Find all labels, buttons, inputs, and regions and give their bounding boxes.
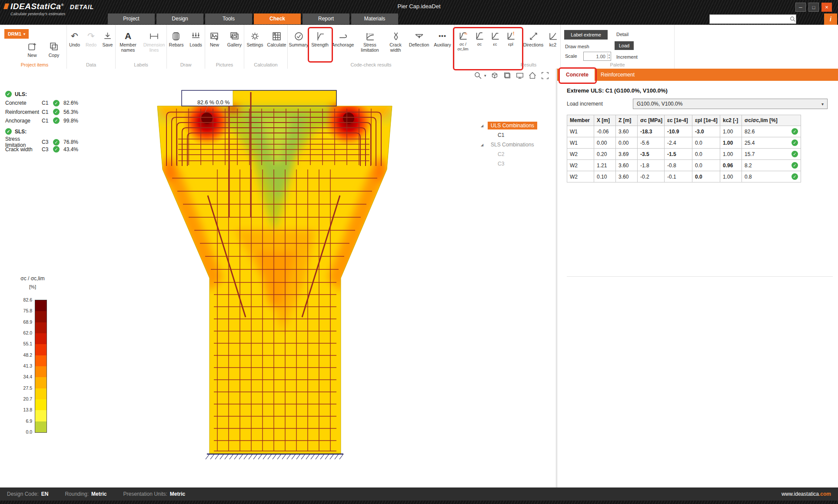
increment-button[interactable]: Increment <box>616 54 638 60</box>
concrete-tab[interactable]: Concrete <box>560 69 595 81</box>
reinforcement-tab[interactable]: Reinforcement <box>595 69 641 81</box>
legend-band <box>35 377 47 388</box>
tree-item-sls-combinations[interactable]: SLS Combinations <box>488 141 537 149</box>
table-row[interactable]: W20.20 3.69-3.5 -1.50.0 1.00 15.7✓ <box>567 149 801 160</box>
presentation-icon[interactable] <box>515 71 524 80</box>
sigma-c-button[interactable]: σc <box>472 30 487 47</box>
table-row[interactable]: W10.00 0.00-5.6 -2.40.0 1.00 25.4✓ <box>567 137 801 149</box>
undo-button[interactable]: ↶Undo <box>67 30 82 47</box>
kc2-icon <box>548 30 558 42</box>
close-button[interactable]: × <box>821 3 832 12</box>
draw-mesh-button[interactable]: Draw mesh <box>565 44 589 49</box>
strength-button[interactable]: Strength <box>309 30 330 47</box>
info-button[interactable]: i <box>824 13 837 25</box>
ribbon-tab-strip: Project Design Tools Check Report Materi… <box>108 13 398 24</box>
rebars-button[interactable]: Rebars <box>167 30 186 47</box>
legend-label: 6.9 <box>26 418 32 424</box>
search-input[interactable] <box>710 17 790 22</box>
label-extreme-button[interactable]: Label extreme <box>564 30 608 40</box>
minimize-button[interactable]: ─ <box>795 3 806 12</box>
expander-icon[interactable]: ◢ <box>481 124 488 128</box>
check-icon: ✓ <box>791 128 798 135</box>
tab-check[interactable]: Check <box>254 13 301 24</box>
search-icon <box>790 16 796 22</box>
tab-project[interactable]: Project <box>108 13 155 24</box>
tree-item-uls-combinations[interactable]: ULS Combinations <box>488 122 537 129</box>
scale-spinner[interactable]: ▴▾ <box>607 53 611 59</box>
gallery-icon <box>229 30 239 42</box>
redo-icon: ↷ <box>87 30 95 42</box>
save-button[interactable]: Save <box>100 30 115 47</box>
gallery-button[interactable]: Gallery <box>226 30 244 47</box>
directions-icon <box>529 30 539 42</box>
group-label-labels: Labels <box>116 62 166 67</box>
tab-tools[interactable]: Tools <box>205 13 252 24</box>
legend-band <box>35 300 47 311</box>
more-dots-icon: ••• <box>439 30 446 42</box>
model-canvas[interactable]: ▾ ✓ULS: ConcreteC1✓82.6% ReinforcementC1… <box>0 69 556 487</box>
crack-width-button[interactable]: Crack width <box>384 30 407 53</box>
load-button[interactable]: Load <box>615 41 634 50</box>
epsilon-pl-button[interactable]: ! εpl <box>503 30 518 47</box>
scale-input[interactable]: 1.00 ▴▾ <box>583 52 611 61</box>
legend-band <box>35 421 47 432</box>
clipboard-view-icon[interactable] <box>503 71 512 80</box>
member-names-button[interactable]: A Member names <box>116 30 140 53</box>
zoom-caret-icon[interactable]: ▾ <box>484 73 486 78</box>
expander-icon[interactable]: ◢ <box>481 143 488 147</box>
load-increment-select[interactable]: G100.0%, V100.0% ▾ <box>633 99 828 109</box>
directions-button[interactable]: Directions <box>521 30 546 47</box>
auxiliary-button[interactable]: ••• Auxiliary <box>431 30 454 47</box>
anchorage-button[interactable]: Anchorage <box>330 30 356 47</box>
zoom-tool-icon[interactable] <box>474 71 482 80</box>
drm1-selector[interactable]: DRM1▾ <box>4 29 29 39</box>
redo-button[interactable]: ↷Redo <box>84 30 99 47</box>
tab-design[interactable]: Design <box>156 13 203 24</box>
rounding-value: Metric <box>91 491 106 497</box>
tab-materials[interactable]: Materials <box>351 13 398 24</box>
spinner-up-icon[interactable]: ▴ <box>609 53 610 56</box>
stress-limitation-button[interactable]: Stress limitation <box>356 30 384 53</box>
legend-band <box>35 410 47 421</box>
crack-width-icon <box>391 30 401 42</box>
detail-button[interactable]: Detail <box>616 32 628 37</box>
tree-item-c3[interactable]: C3 <box>495 160 507 168</box>
settings-button[interactable]: Settings <box>245 30 265 47</box>
dimension-lines-button[interactable]: Dimension lines <box>142 30 166 53</box>
check-icon: ✓ <box>791 151 798 157</box>
home-icon[interactable] <box>528 71 537 80</box>
view-cube-icon[interactable] <box>490 71 499 80</box>
pier-model: 82.6 % 0.0 % <box>152 87 396 469</box>
spinner-down-icon[interactable]: ▾ <box>609 56 610 60</box>
summary-row-anchorage: AnchorageC1✓99.8% <box>5 116 78 125</box>
new-picture-button[interactable]: New <box>206 30 224 47</box>
loads-button[interactable]: Loads <box>187 30 205 47</box>
epsilon-c-button[interactable]: εc <box>488 30 502 47</box>
tree-item-c2[interactable]: C2 <box>495 150 507 158</box>
combinations-tree: ◢ ULS Combinations C1 ◢ SLS Combinations… <box>481 121 537 169</box>
legend-band <box>35 399 47 410</box>
calculate-button[interactable]: Calculate <box>267 30 287 47</box>
check-icon: ✓ <box>53 100 60 106</box>
tree-item-c1[interactable]: C1 <box>495 131 507 139</box>
search-box <box>709 14 796 24</box>
chevron-down-icon: ▾ <box>23 32 25 36</box>
bottom-decor-strip <box>0 501 838 504</box>
website-link[interactable]: www.ideastatica.com <box>781 491 831 497</box>
copy-button[interactable]: Copy <box>44 40 63 58</box>
table-row[interactable]: W1-0.06 3.60-18.3 -10.9-3.0 1.00 82.6✓ <box>567 126 801 137</box>
kc2-button[interactable]: kc2 <box>545 30 561 47</box>
deflection-button[interactable]: Deflection <box>407 30 431 47</box>
summary-button[interactable]: Summary <box>288 30 309 47</box>
tab-report[interactable]: Report <box>303 13 349 24</box>
undo-icon: ↶ <box>71 30 78 42</box>
fit-view-icon[interactable] <box>541 71 549 80</box>
summary-row-stress-limitation: Stress limitationC3✓76.8% <box>5 136 78 145</box>
new-item-button[interactable]: New <box>23 40 42 58</box>
sigma-ratio-button[interactable]: % σc / σc,lim <box>456 30 470 52</box>
group-pictures: New Gallery Pictures <box>205 25 244 69</box>
maximize-button[interactable]: □ <box>808 3 819 12</box>
table-row[interactable]: W20.10 3.60-0.2 -0.10.0 1.00 0.8✓ <box>567 171 801 182</box>
support-hatch <box>206 454 343 459</box>
table-row[interactable]: W21.21 3.60-1.8 -0.80.0 0.96 8.2✓ <box>567 160 801 171</box>
